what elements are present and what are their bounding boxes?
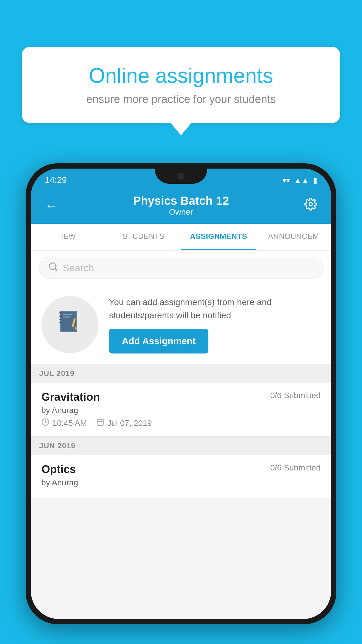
tab-assignments[interactable]: ASSIGNMENTS (181, 224, 256, 250)
phone-screen: 14:29 ▾▾ ▲▲ ▮ ← Physics Batch 12 Owner (31, 169, 331, 619)
meta-time-value: 10:45 AM (52, 419, 87, 428)
svg-rect-6 (59, 316, 62, 317)
assignment-meta-gravitation: 10:45 AM (41, 418, 321, 428)
speech-bubble-subtitle: ensure more practice for your students (42, 93, 320, 106)
svg-point-0 (309, 202, 312, 206)
phone-camera (178, 173, 184, 180)
status-time: 14:29 (45, 175, 67, 185)
settings-button[interactable] (304, 198, 317, 214)
assignment-submitted-optics: 0/6 Submitted (270, 463, 321, 473)
meta-date-gravitation: Jul 07, 2019 (96, 418, 152, 428)
tab-announcements[interactable]: ANNOUNCEM (256, 224, 331, 250)
header-center: Physics Batch 12 Owner (133, 194, 229, 217)
promo-icon-circle (41, 296, 99, 353)
add-assignment-button[interactable]: Add Assignment (109, 329, 208, 354)
search-container: Search (31, 251, 331, 285)
battery-icon: ▮ (313, 176, 317, 185)
promo-content: You can add assignment(s) from here and … (109, 295, 321, 354)
assignment-submitted-gravitation: 0/6 Submitted (270, 391, 321, 400)
assignment-item-optics[interactable]: Optics 0/6 Submitted by Anurag (31, 455, 331, 499)
assignment-name-gravitation: Gravitation (41, 391, 100, 403)
clock-icon (41, 418, 50, 428)
assignment-top-row-optics: Optics 0/6 Submitted (41, 463, 321, 476)
svg-rect-8 (59, 322, 62, 323)
content-area: Search (31, 251, 331, 619)
back-button[interactable]: ← (45, 198, 58, 213)
tabs-container: IEW STUDENTS ASSIGNMENTS ANNOUNCEM (31, 224, 331, 251)
svg-rect-10 (63, 316, 71, 317)
header-title: Physics Batch 12 (133, 194, 229, 207)
phone-content: ← Physics Batch 12 Owner IEW (31, 188, 331, 619)
search-icon (48, 262, 58, 274)
svg-line-2 (55, 269, 57, 270)
header-subtitle: Owner (133, 207, 229, 217)
tab-students[interactable]: STUDENTS (106, 224, 181, 250)
signal-icon: ▲▲ (294, 176, 309, 185)
svg-rect-15 (97, 419, 103, 426)
assignment-item-gravitation[interactable]: Gravitation 0/6 Submitted by Anurag (31, 383, 331, 437)
search-placeholder: Search (63, 262, 94, 274)
phone-notch (155, 169, 207, 184)
promo-section: You can add assignment(s) from here and … (31, 285, 331, 364)
speech-bubble-container: Online assignments ensure more practice … (22, 47, 340, 123)
speech-bubble-title: Online assignments (42, 64, 320, 87)
svg-rect-7 (59, 319, 62, 320)
tab-iew[interactable]: IEW (31, 224, 106, 250)
speech-bubble: Online assignments ensure more practice … (22, 47, 340, 123)
assignment-by-gravitation: by Anurag (41, 406, 321, 415)
assignment-top-row: Gravitation 0/6 Submitted (41, 391, 321, 403)
assignment-name-optics: Optics (41, 463, 76, 476)
section-header-jun: JUN 2019 (31, 437, 331, 455)
meta-time-gravitation: 10:45 AM (41, 418, 87, 428)
notebook-icon (57, 308, 83, 341)
phone-container: 14:29 ▾▾ ▲▲ ▮ ← Physics Batch 12 Owner (26, 163, 336, 624)
phone-frame: 14:29 ▾▾ ▲▲ ▮ ← Physics Batch 12 Owner (26, 163, 336, 624)
svg-rect-9 (63, 314, 73, 315)
app-header: ← Physics Batch 12 Owner (31, 188, 331, 224)
search-bar[interactable]: Search (39, 257, 323, 279)
wifi-icon: ▾▾ (282, 176, 290, 185)
assignment-by-optics: by Anurag (41, 478, 321, 487)
meta-date-value: Jul 07, 2019 (107, 419, 152, 428)
section-header-jul: JUL 2019 (31, 364, 331, 383)
promo-text: You can add assignment(s) from here and … (109, 295, 321, 322)
calendar-icon (96, 418, 104, 428)
status-icons: ▾▾ ▲▲ ▮ (282, 176, 317, 185)
svg-rect-5 (59, 312, 62, 314)
